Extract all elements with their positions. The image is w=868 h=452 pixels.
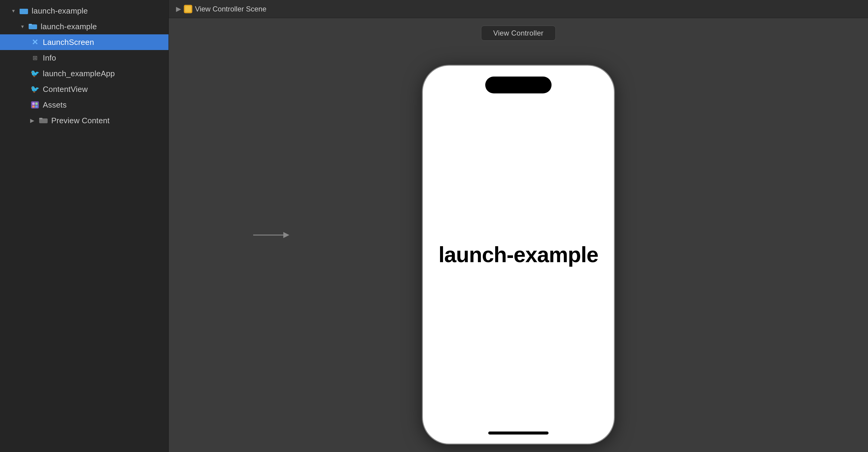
sidebar-item-launch-example[interactable]: ▾ launch-example — [0, 19, 168, 34]
swift-icon-2: 🐦 — [30, 85, 40, 94]
folder-gray-icon — [38, 116, 48, 125]
svg-rect-11 — [39, 118, 42, 119]
sidebar-item-root-group[interactable]: ▾ launch-example — [0, 3, 168, 19]
svg-rect-2 — [20, 9, 28, 13]
svg-rect-7 — [35, 102, 38, 105]
canvas-area: View Controller launch-example — [169, 18, 868, 452]
sidebar-item-label-5: launch_exampleApp — [43, 69, 115, 78]
sidebar-item-launchscreen[interactable]: ✕ LaunchScreen — [0, 34, 168, 50]
chevron-right-icon: ▶ — [30, 117, 34, 124]
sidebar-item-label-2: launch-example — [41, 22, 97, 31]
sidebar-item-label-6: ContentView — [43, 85, 88, 94]
main-area: ▶ View Controller Scene View Controller — [169, 0, 868, 452]
svg-rect-5 — [31, 101, 39, 108]
svg-rect-8 — [32, 105, 35, 107]
sidebar-item-label-4: Info — [43, 53, 56, 63]
sidebar-item-label: launch-example — [32, 6, 88, 16]
sidebar-item-label-8: Preview Content — [51, 116, 110, 125]
info-icon: ⊞ — [30, 53, 40, 63]
vc-label: View Controller — [481, 26, 556, 41]
scene-icon — [184, 4, 193, 13]
sidebar-item-launch-example-app[interactable]: 🐦 launch_exampleApp — [0, 66, 168, 82]
iphone-mockup: launch-example — [422, 65, 615, 445]
sidebar-item-preview-content[interactable]: ▶ Preview Content — [0, 113, 168, 128]
folder-blue-icon — [28, 22, 38, 31]
chevron-down-icon-2: ▾ — [21, 23, 24, 30]
launchscreen-icon: ✕ — [30, 37, 40, 47]
svg-marker-15 — [283, 232, 289, 238]
sidebar-item-label-7: Assets — [43, 100, 67, 110]
view-controller-container: View Controller launch-example — [422, 26, 615, 445]
storyboard-arrow — [253, 229, 289, 241]
dynamic-island — [485, 76, 552, 93]
scene-chevron-icon: ▶ — [176, 5, 181, 13]
chevron-down-icon: ▾ — [12, 7, 15, 14]
sidebar-item-contentview[interactable]: 🐦 ContentView — [0, 82, 168, 97]
sidebar-item-label-3: LaunchScreen — [43, 38, 94, 47]
sidebar-item-info[interactable]: ⊞ Info — [0, 50, 168, 66]
svg-rect-4 — [29, 24, 32, 25]
folder-icon — [19, 6, 29, 16]
sidebar-item-assets[interactable]: Assets — [0, 97, 168, 113]
swift-icon: 🐦 — [30, 69, 40, 78]
svg-rect-6 — [32, 102, 35, 105]
svg-rect-9 — [35, 105, 38, 107]
home-indicator — [488, 431, 549, 434]
assets-icon — [30, 100, 40, 110]
svg-rect-13 — [185, 6, 191, 12]
app-title-text: launch-example — [438, 242, 598, 267]
scene-label: View Controller Scene — [195, 5, 267, 13]
scene-bar: ▶ View Controller Scene — [169, 0, 868, 18]
sidebar: ▾ launch-example ▾ launch-example ✕ Laun… — [0, 0, 169, 452]
